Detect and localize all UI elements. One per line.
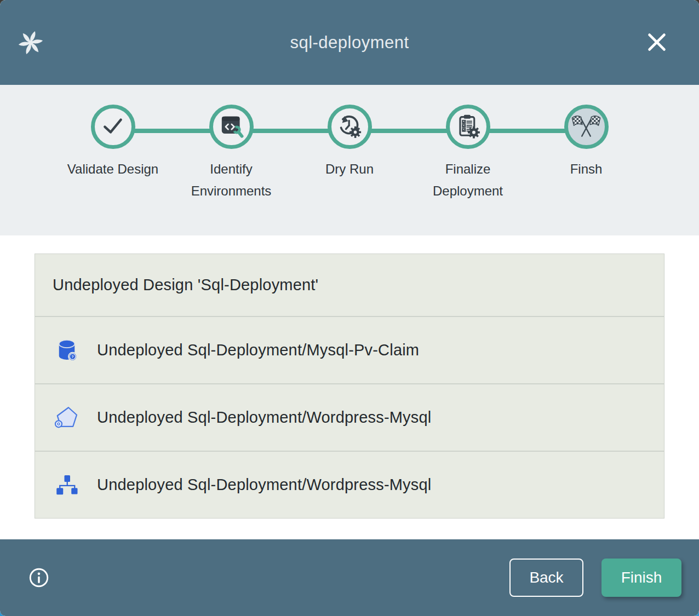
close-icon: [644, 30, 669, 56]
step-label: Finsh: [537, 158, 635, 180]
step-finish[interactable]: Finsh: [527, 105, 645, 202]
result-row-wordpress-mysql-1: Undeployed Sql-Deployment/Wordpress-Mysq…: [35, 383, 664, 451]
clipboard-gear-icon: [454, 112, 482, 142]
result-text: Undeployed Design 'Sql-Deployment': [53, 276, 318, 294]
hierarchy-icon: [54, 472, 80, 498]
result-text: Undeployed Sql-Deployment/Mysql-Pv-Claim: [97, 341, 419, 359]
step-circle-active: [564, 105, 609, 149]
history-gear-icon: [335, 112, 364, 142]
check-icon: [99, 112, 127, 142]
step-validate-design[interactable]: Validate Design: [54, 105, 172, 202]
deployment-wizard-dialog: sql-deployment: [0, 0, 699, 616]
meshery-logo-icon: [15, 27, 46, 58]
checkered-flags-icon: [571, 112, 601, 142]
info-button[interactable]: [27, 566, 50, 589]
svg-text:?: ?: [71, 355, 73, 359]
results-content: Undeployed Design 'Sql-Deployment' ? Und…: [0, 235, 699, 539]
back-button[interactable]: Back: [509, 559, 583, 597]
step-dry-run[interactable]: Dry Run: [290, 105, 409, 202]
step-circle: [91, 105, 135, 149]
pentagon-icon: [54, 405, 80, 431]
result-text: Undeployed Sql-Deployment/Wordpress-Mysq…: [97, 408, 431, 427]
wizard-stepper: Validate Design: [0, 85, 699, 235]
step-label: Dry Run: [301, 158, 398, 180]
step-label: Finalize Deployment: [419, 158, 517, 202]
step-circle: [328, 105, 372, 149]
step-label: Identify Environments: [182, 158, 280, 202]
deployment-results-panel: Undeployed Design 'Sql-Deployment' ? Und…: [35, 254, 664, 519]
result-text: Undeployed Sql-Deployment/Wordpress-Mysq…: [97, 476, 431, 494]
dialog-header: sql-deployment: [0, 0, 699, 85]
step-finalize-deployment[interactable]: Finalize Deployment: [409, 105, 527, 202]
info-icon: [27, 583, 50, 591]
dialog-title: sql-deployment: [290, 33, 409, 53]
step-circle: [209, 105, 254, 149]
step-circle: [446, 105, 490, 149]
step-label: Validate Design: [64, 158, 162, 180]
result-row-mysql-pv-claim: ? Undeployed Sql-Deployment/Mysql-Pv-Cla…: [35, 316, 664, 383]
result-row-wordpress-mysql-2: Undeployed Sql-Deployment/Wordpress-Mysq…: [35, 451, 664, 518]
database-icon: ?: [54, 337, 80, 364]
step-identify-environments[interactable]: Identify Environments: [172, 105, 290, 202]
result-row-design: Undeployed Design 'Sql-Deployment': [35, 254, 664, 316]
dialog-footer: Back Finish: [0, 539, 699, 616]
code-window-wrench-icon: [217, 112, 245, 142]
close-button[interactable]: [643, 29, 671, 56]
finish-button[interactable]: Finish: [601, 559, 681, 597]
